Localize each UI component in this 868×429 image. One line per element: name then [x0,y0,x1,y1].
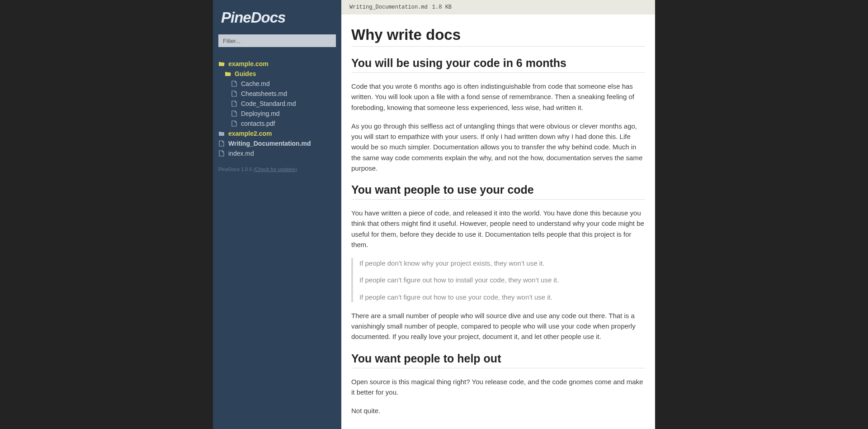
file-tree: example.comGuidesCache.mdCheatsheets.mdC… [213,59,341,158]
doc-h1: Why write docs [351,26,645,47]
sidebar: PineDocs example.comGuidesCache.mdCheats… [213,0,341,429]
check-updates-link[interactable]: (Check for updates) [254,167,297,172]
version-text: PineDocs 1.0.5 [218,167,254,172]
file-icon [231,110,237,117]
tree-folder[interactable]: example.com [218,59,336,69]
file-icon [218,140,225,147]
document-content[interactable]: Why write docs You will be using your co… [341,14,655,429]
folder-icon [218,61,225,67]
tree-item-label: Guides [235,70,256,77]
doc-paragraph: As you go through this selfless act of u… [351,121,645,173]
tree-file[interactable]: contacts.pdf [218,119,336,129]
doc-h2-2: You want people to use your code [351,183,645,200]
tree-file[interactable]: index.md [218,148,336,158]
tree-item-label: index.md [228,150,254,157]
tree-item-label: Cheatsheets.md [241,90,287,97]
tree-folder[interactable]: example2.com [218,129,336,138]
doc-paragraph: Code that you wrote 6 months ago is ofte… [351,81,645,113]
quote-line: If people can’t figure out how to instal… [359,275,639,285]
tree-file[interactable]: Code_Standard.md [218,99,336,109]
doc-paragraph: You have written a piece of code, and re… [351,208,645,250]
file-name: Writing_Documentation.md [349,4,428,10]
tree-item-label: Code_Standard.md [241,100,296,107]
folder-icon [218,131,225,136]
tree-item-label: Cache.md [241,80,270,87]
folder-icon [225,71,231,76]
tree-item-label: Deploying.md [241,110,280,117]
version-footer: PineDocs 1.0.5 (Check for updates) [213,158,341,180]
tree-folder[interactable]: Guides [218,69,336,79]
tree-item-label: example2.com [228,130,272,137]
file-icon [231,91,237,97]
tree-item-label: Writing_Documentation.md [228,140,311,147]
tree-file[interactable]: Cache.md [218,79,336,89]
tree-item-label: contacts.pdf [241,120,275,127]
doc-paragraph: Open source is this magical thing right?… [351,377,645,398]
file-header: Writing_Documentation.md1.8 KB [341,0,655,14]
doc-paragraph: There are a small number of people who w… [351,310,645,342]
tree-file[interactable]: Deploying.md [218,109,336,119]
filter-input[interactable] [218,34,336,47]
file-icon [231,100,237,107]
file-icon [218,150,225,157]
doc-paragraph: Not quite. [351,405,645,416]
tree-item-label: example.com [228,60,269,67]
quote-line: If people don’t know why your project ex… [359,258,639,268]
app-logo: PineDocs [213,9,341,34]
tree-file[interactable]: Cheatsheets.md [218,89,336,99]
main-area: Writing_Documentation.md1.8 KB Why write… [341,0,655,429]
doc-h2-1: You will be using your code in 6 months [351,57,645,73]
app-frame: PineDocs example.comGuidesCache.mdCheats… [213,0,655,429]
quote-line: If people can’t figure out how to use yo… [359,292,639,302]
file-icon [231,120,237,127]
file-size: 1.8 KB [432,4,452,10]
file-icon [231,81,237,87]
doc-blockquote: If people don’t know why your project ex… [351,258,645,302]
tree-file[interactable]: Writing_Documentation.md [218,138,336,148]
doc-h2-3: You want people to help out [351,352,645,368]
